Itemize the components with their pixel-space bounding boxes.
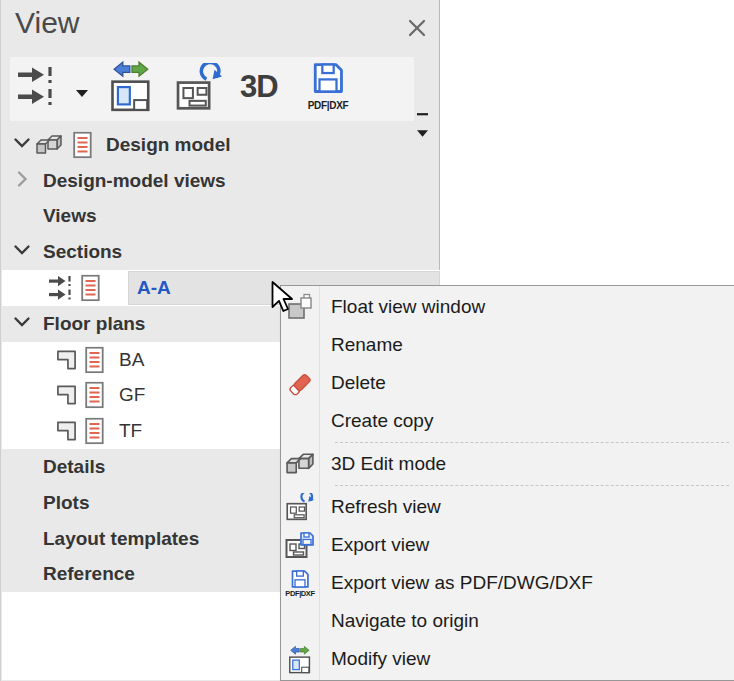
menu-icon-cell [281, 488, 319, 526]
modify-view-icon [288, 645, 313, 674]
chevron-down-icon[interactable] [13, 134, 31, 156]
tree-item-label: Views [43, 205, 97, 227]
menu-icon-cell [281, 640, 319, 678]
export-pdf-dxf-icon [311, 61, 345, 99]
menu-item-float-view-window[interactable]: Float view window [281, 288, 734, 326]
menu-item-rename[interactable]: Rename [281, 326, 734, 364]
view-toolbar: 3D PDF|DXF [10, 57, 414, 121]
tree-item-label: A-A [137, 277, 171, 299]
export-view-icon [285, 530, 315, 560]
view-list-icon [85, 382, 104, 409]
menu-icon-cell [281, 526, 319, 564]
menu-item-label: Create copy [331, 410, 433, 432]
close-button[interactable] [404, 17, 430, 43]
tree-item-label: Plots [43, 492, 89, 514]
tree-item-sections[interactable]: Sections [2, 234, 440, 270]
tree-item-label: Design model [106, 134, 231, 156]
menu-item-label: Export view as PDF/DWG/DXF [331, 572, 593, 594]
menu-icon-cell: PDF|DXF [281, 564, 319, 602]
create-section-view-button[interactable] [15, 65, 61, 111]
menu-item-refresh-view[interactable]: Refresh view [281, 488, 734, 526]
chevron-right-icon[interactable] [13, 170, 31, 192]
menu-item-label: Export view [331, 534, 429, 556]
menu-item-modify-view[interactable]: Modify view [281, 640, 734, 678]
menu-item-3d-edit-mode[interactable]: 3D Edit mode [281, 445, 734, 483]
tree-item-label: GF [119, 384, 145, 406]
refresh-view-icon [176, 99, 222, 116]
export-pdf-dxf-icon [290, 569, 310, 589]
view-list-icon [85, 418, 104, 445]
menu-icon-cell [281, 445, 319, 483]
export-pdf-dxf-button[interactable]: PDF|DXF [302, 61, 354, 111]
model-3d-icon [286, 451, 314, 477]
tree-item-label: Design-model views [43, 170, 226, 192]
tree-item-design-model-views[interactable]: Design-model views [2, 163, 440, 199]
3d-text-icon: 3D [240, 69, 278, 104]
menu-item-label: Rename [331, 334, 403, 356]
toolbar-collapse-button[interactable] [417, 102, 428, 120]
menu-item-export-view-as-pdf-dwg-dxf[interactable]: PDF|DXFExport view as PDF/DWG/DXF [281, 564, 734, 602]
tree-item-label: Details [43, 456, 105, 478]
menu-item-delete[interactable]: Delete [281, 364, 734, 402]
modify-view-icon [109, 98, 155, 115]
tree-item-label: Floor plans [43, 313, 145, 335]
tree-item-label: Sections [43, 241, 122, 263]
view-list-icon [81, 275, 100, 302]
view-list-icon [85, 346, 104, 373]
panel-title: View [15, 6, 79, 40]
triangle-down-icon [76, 83, 88, 100]
plan-view-icon [56, 420, 77, 443]
menu-item-label: 3D Edit mode [331, 453, 446, 475]
view-list-icon [73, 131, 92, 158]
section-marker-icon [15, 93, 61, 110]
chevron-down-icon[interactable] [13, 313, 31, 335]
close-icon [407, 18, 427, 42]
model-3d-icon [34, 133, 64, 157]
menu-item-label: Refresh view [331, 496, 441, 518]
application-window: View 3D PDF|DXF Design mode [0, 0, 734, 681]
menu-item-label: Navigate to origin [331, 610, 479, 632]
plan-view-icon [56, 348, 77, 371]
tree-item-label: BA [119, 349, 144, 371]
modify-view-button[interactable] [109, 60, 155, 116]
tree-item-label: TF [119, 420, 142, 442]
3d-view-button[interactable]: 3D [240, 70, 278, 104]
menu-item-label: Delete [331, 372, 386, 394]
menu-item-label: Float view window [331, 296, 485, 318]
menu-item-label: Modify view [331, 648, 430, 670]
context-menu: Float view windowRename DeleteCreate cop… [280, 285, 734, 681]
menu-item-navigate-to-origin[interactable]: Navigate to origin [281, 602, 734, 640]
minus-icon [417, 102, 428, 119]
create-section-view-button-dropdown[interactable] [76, 83, 88, 101]
menu-icon-label: PDF|DXF [285, 590, 314, 598]
refresh-view-button[interactable] [176, 63, 222, 117]
tree-item-label: Layout templates [43, 528, 199, 550]
section-view-icon [48, 275, 75, 302]
plan-view-icon [56, 384, 77, 407]
tree-item-label: Reference [43, 563, 135, 585]
menu-item-create-copy[interactable]: Create copy [281, 402, 734, 440]
tree-item-design-model[interactable]: Design model [2, 127, 440, 163]
tree-item-views[interactable]: Views [2, 199, 440, 235]
refresh-view-icon [286, 493, 314, 521]
menu-icon-cell [281, 364, 319, 402]
pdf-dxf-label: PDF|DXF [308, 100, 349, 111]
eraser-icon [287, 370, 313, 396]
chevron-down-icon[interactable] [13, 241, 31, 263]
mouse-pointer-icon [271, 281, 297, 313]
menu-item-export-view[interactable]: Export view [281, 526, 734, 564]
